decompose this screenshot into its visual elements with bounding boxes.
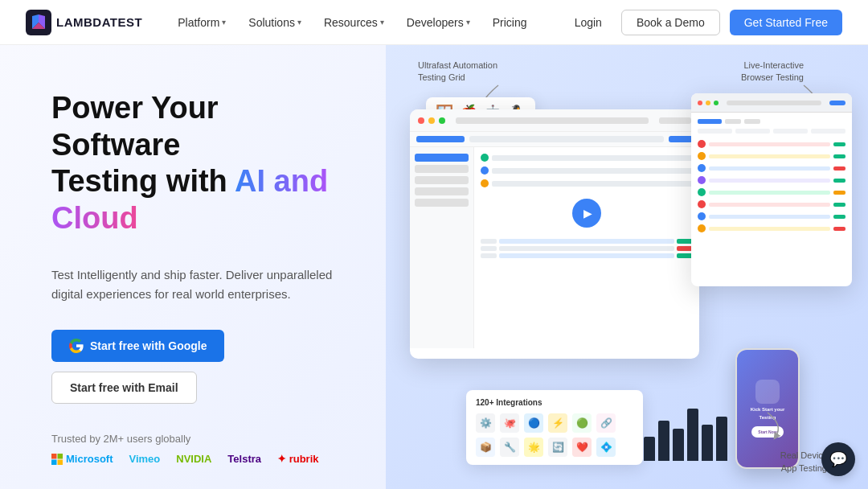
navbar: LAMBDATEST Platform ▾ Solutions ▾ Resour…: [0, 0, 868, 45]
hero-section: Power Your Software Testing with AI and …: [0, 45, 868, 489]
logo-text: LAMBDATEST: [56, 15, 142, 29]
bar-3: [673, 429, 684, 461]
status-dot-blue: [481, 166, 489, 175]
browser-bar: [709, 142, 830, 146]
action-mock: [829, 101, 845, 105]
svg-rect-1: [51, 454, 57, 459]
phone-sublabel: Testing: [760, 415, 776, 420]
bar-5: [702, 425, 713, 461]
sidebar-item: [415, 165, 469, 173]
integration-icon: 📦: [476, 438, 495, 457]
table-cell: [677, 246, 693, 251]
status-row: [481, 179, 693, 187]
logo[interactable]: LAMBDATEST: [26, 10, 142, 35]
table-row: [481, 253, 693, 258]
browser-header: [691, 93, 852, 113]
nav-developers-label: Developers: [407, 16, 464, 29]
table-cell: [499, 253, 674, 258]
start-email-label: Start free with Email: [70, 381, 178, 394]
status-chip: [833, 191, 845, 195]
nav-solutions[interactable]: Solutions ▾: [239, 11, 311, 34]
logo-microsoft: Microsoft: [51, 453, 113, 465]
integration-icon: 🟢: [572, 413, 592, 433]
svg-rect-3: [51, 459, 57, 465]
browser-list-item: [698, 152, 845, 160]
book-demo-button[interactable]: Book a Demo: [621, 10, 720, 35]
nav-platform[interactable]: Platform ▾: [168, 11, 235, 34]
col-header: [811, 129, 845, 134]
chevron-down-icon: ▾: [297, 18, 301, 27]
max-dot: [714, 101, 719, 105]
login-button[interactable]: Login: [565, 11, 612, 34]
real-device-label: Real DeviceApp Testing: [780, 450, 828, 475]
hero-cta-group: Start free with Google Start free with E…: [51, 330, 354, 404]
get-started-button[interactable]: Get Started Free: [730, 10, 842, 35]
nav-pricing[interactable]: Pricing: [483, 11, 537, 34]
search-bar-mock: [469, 136, 664, 142]
os-dot: [698, 152, 706, 160]
tab-active: [698, 119, 722, 124]
start-email-button[interactable]: Start free with Email: [51, 372, 197, 404]
brand-bar: [416, 136, 465, 142]
logo-vimeo: Vimeo: [129, 453, 161, 465]
nav-resources-label: Resources: [324, 16, 378, 29]
maximize-dot: [439, 117, 445, 124]
table-row: [481, 246, 693, 251]
chevron-down-icon: ▾: [380, 18, 384, 27]
nav-developers[interactable]: Developers ▾: [397, 11, 480, 34]
integration-icon: ❤️: [572, 438, 592, 457]
play-button[interactable]: ▶: [572, 199, 601, 228]
bar-6: [716, 417, 727, 461]
trusted-logos: Microsoft Vimeo NVIDIA Telstra ✦ rubrik: [51, 453, 354, 465]
nav-platform-label: Platform: [178, 16, 219, 29]
nav-resources[interactable]: Resources ▾: [314, 11, 394, 34]
google-icon: [69, 339, 84, 353]
nav-pricing-label: Pricing: [493, 16, 527, 29]
dashboard-mockup: ▶: [410, 109, 699, 359]
chat-support-button[interactable]: 💬: [821, 442, 855, 476]
table-cell: [481, 239, 497, 244]
nav-links: Platform ▾ Solutions ▾ Resources ▾ Devel…: [168, 11, 564, 34]
status-chip: [833, 166, 845, 171]
browser-tabs: [698, 119, 845, 124]
integration-icon: 🔄: [548, 438, 567, 457]
hero-right: Ultrafast AutomationTesting Grid Live-In…: [386, 45, 868, 489]
integration-icon: ⚙️: [476, 413, 495, 433]
bar-1: [644, 437, 655, 461]
sidebar-item: [415, 199, 469, 207]
address-bar: [456, 117, 649, 124]
sidebar-nav: [410, 147, 474, 348]
status-chip: [833, 142, 845, 146]
integration-icon: ⚡: [548, 413, 567, 433]
table-cell: [499, 246, 674, 251]
live-interactive-label: Live-InteractiveBrowser Testing: [741, 60, 804, 84]
trusted-section: Trusted by 2M+ users globally Microsoft …: [51, 433, 354, 465]
table-cell: [499, 239, 674, 244]
integration-icon: 🔵: [524, 413, 543, 433]
start-btn: Start Now: [751, 426, 784, 438]
browser-list-item: [698, 140, 845, 148]
nav-solutions-label: Solutions: [248, 16, 295, 29]
table-cell: [481, 253, 497, 258]
status-row: [481, 154, 693, 162]
start-google-button[interactable]: Start free with Google: [51, 330, 224, 362]
status-chip: [833, 227, 845, 231]
table-cell: [481, 246, 497, 251]
sidebar-item: [415, 187, 469, 195]
bar-chart: [644, 409, 727, 461]
browser-content: [691, 113, 852, 239]
status-bar: [492, 155, 693, 161]
integrations-panel: 120+ Integrations ⚙️ 🐙 🔵 ⚡ 🟢 🔗 📦 🔧 🌟 🔄 ❤…: [466, 390, 643, 465]
os-dot: [698, 164, 706, 172]
dashboard-header: [410, 109, 699, 132]
table-rows: [481, 239, 693, 258]
sidebar-item: [415, 176, 469, 184]
ultrafast-label: Ultrafast AutomationTesting Grid: [418, 60, 497, 84]
table-header: [698, 129, 845, 134]
status-bar: [492, 181, 693, 187]
integration-icon: 🌟: [524, 438, 543, 457]
status-chip: [833, 215, 845, 219]
table-cell: [677, 239, 693, 244]
sidebar-item: [415, 154, 469, 162]
browser-list-item: [698, 224, 845, 232]
